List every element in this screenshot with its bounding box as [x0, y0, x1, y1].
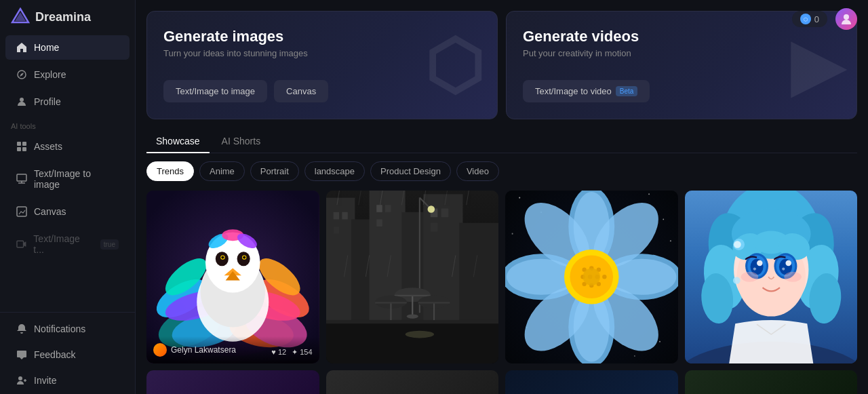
- gallery-item-flower[interactable]: [505, 191, 678, 363]
- svg-point-37: [243, 256, 245, 258]
- generate-images-buttons: Text/Image to image Canvas: [163, 80, 481, 102]
- credit-badge[interactable]: ⬡ 0: [792, 11, 827, 27]
- sidebar-item-feedback[interactable]: Feedback: [5, 342, 130, 367]
- svg-point-13: [18, 376, 22, 380]
- sidebar-item-explore[interactable]: Explore: [5, 62, 130, 87]
- tab-showcase[interactable]: Showcase: [146, 130, 210, 153]
- filter-product-design[interactable]: Product Design: [370, 161, 451, 181]
- svg-rect-8: [17, 174, 26, 181]
- generate-videos-buttons: Text/Image to video Beta: [523, 80, 840, 102]
- svg-rect-53: [376, 205, 382, 212]
- svg-rect-73: [418, 302, 450, 303]
- svg-point-144: [785, 260, 791, 266]
- video-icon: [16, 239, 26, 250]
- person-icon: [16, 96, 27, 107]
- sidebar-item-invite[interactable]: Invite: [5, 368, 130, 393]
- sidebar-item-home[interactable]: Home: [5, 35, 130, 60]
- star-icon: ✦: [292, 348, 298, 357]
- filter-row: Trends Anime Portrait landscape Product …: [146, 161, 857, 181]
- svg-point-88: [519, 197, 520, 199]
- gallery-item-eagle[interactable]: Gelyn Lakwatsera ♥ 12 ✦ 154: [146, 191, 319, 363]
- svg-point-151: [734, 241, 741, 248]
- filter-video[interactable]: Video: [456, 161, 499, 181]
- sidebar-item-profile[interactable]: Profile: [5, 90, 130, 114]
- svg-rect-52: [333, 226, 338, 234]
- eagle-star-count: 154: [300, 348, 312, 356]
- svg-rect-62: [326, 320, 499, 363]
- sidebar: Dreamina Home Explore Profile AI tools A…: [0, 0, 136, 394]
- svg-rect-66: [394, 295, 430, 296]
- gallery-item-anime[interactable]: [685, 191, 858, 363]
- filter-landscape[interactable]: landscape: [304, 161, 365, 181]
- sidebar-item-label-feedback: Feedback: [34, 349, 75, 360]
- svg-rect-47: [401, 212, 427, 328]
- svg-rect-4: [17, 142, 21, 146]
- eagle-author: Gelyn Lakwatsera: [153, 343, 236, 357]
- eagle-stars: ✦ 154: [292, 348, 312, 357]
- filter-trends[interactable]: Trends: [146, 161, 194, 181]
- svg-point-149: [733, 277, 741, 284]
- svg-point-91: [663, 219, 664, 220]
- svg-point-143: [757, 260, 762, 266]
- hero-row: ⬡ Generate images Turn your ideas into s…: [146, 11, 857, 119]
- logo-icon: [11, 7, 30, 26]
- svg-rect-54: [384, 205, 390, 212]
- eagle-card-overlay: Gelyn Lakwatsera ♥ 12 ✦ 154: [146, 336, 319, 363]
- text-image-button[interactable]: Text/Image to image: [163, 80, 267, 102]
- sidebar-item-label-explore: Explore: [34, 69, 66, 80]
- gallery-item-rain[interactable]: [326, 191, 499, 363]
- app-name: Dreamina: [35, 10, 91, 24]
- svg-rect-70: [375, 302, 407, 303]
- sidebar-item-label-notifications: Notifications: [34, 323, 85, 334]
- sidebar-item-text-image[interactable]: Text/Image to image: [5, 161, 130, 197]
- image-grid: Gelyn Lakwatsera ♥ 12 ✦ 154: [146, 191, 857, 363]
- gallery-item-row2-2[interactable]: [326, 370, 499, 395]
- sidebar-item-text-video: Text/Image t... true: [5, 226, 130, 262]
- tabs-row: Showcase AI Shorts: [146, 130, 857, 153]
- generate-images-card: ⬡ Generate images Turn your ideas into s…: [146, 11, 498, 119]
- sidebar-item-assets[interactable]: Assets: [5, 134, 130, 159]
- svg-point-148: [784, 272, 801, 282]
- svg-point-68: [406, 314, 418, 318]
- svg-point-61: [427, 205, 435, 213]
- home-icon: [16, 42, 27, 53]
- svg-rect-50: [333, 212, 338, 220]
- svg-rect-7: [22, 147, 26, 151]
- eagle-author-name: Gelyn Lakwatsera: [171, 345, 236, 355]
- svg-point-93: [670, 240, 671, 241]
- svg-rect-58: [430, 223, 437, 232]
- generate-videos-title: Generate videos: [523, 28, 840, 45]
- canvas-icon: [16, 206, 27, 217]
- gallery-item-row2-3[interactable]: [505, 370, 678, 395]
- explore-icon: [16, 69, 27, 80]
- svg-rect-49: [459, 223, 498, 328]
- svg-rect-57: [441, 209, 448, 218]
- text-image-icon: [16, 174, 27, 184]
- svg-rect-5: [22, 142, 26, 146]
- user-avatar[interactable]: [835, 8, 857, 30]
- gallery-item-row2-1[interactable]: [146, 370, 319, 395]
- filter-anime[interactable]: Anime: [199, 161, 245, 181]
- svg-rect-55: [376, 219, 382, 226]
- sidebar-item-label-text-image: Text/Image to image: [34, 168, 119, 190]
- svg-point-3: [20, 98, 24, 102]
- canvas-button[interactable]: Canvas: [274, 80, 328, 102]
- image-grid-row2: [146, 370, 857, 395]
- video-beta-badge: Beta: [616, 86, 638, 96]
- generate-images-title: Generate images: [163, 28, 481, 45]
- filter-portrait[interactable]: Portrait: [250, 161, 299, 181]
- sidebar-item-label-profile: Profile: [34, 96, 61, 107]
- sidebar-item-label-assets: Assets: [34, 141, 62, 152]
- svg-point-147: [741, 272, 757, 282]
- svg-rect-63: [326, 320, 499, 323]
- invite-icon: [16, 375, 27, 386]
- sidebar-item-notifications[interactable]: Notifications: [5, 317, 130, 341]
- tab-ai-shorts[interactable]: AI Shorts: [212, 130, 271, 153]
- gallery-item-row2-4[interactable]: [685, 370, 858, 395]
- text-video-button[interactable]: Text/Image to video Beta: [523, 80, 650, 102]
- credit-count: 0: [814, 14, 819, 24]
- eagle-author-avatar: [153, 343, 167, 357]
- svg-text:⬡: ⬡: [804, 17, 808, 22]
- sidebar-item-canvas[interactable]: Canvas: [5, 199, 130, 224]
- sidebar-item-label-home: Home: [34, 42, 59, 53]
